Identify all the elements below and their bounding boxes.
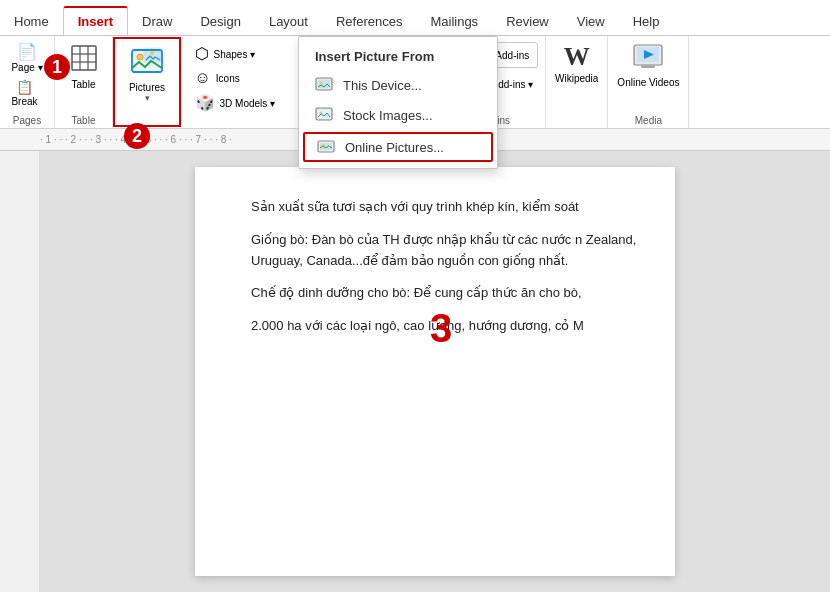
pages-group-label: Pages [4, 115, 50, 128]
3d-models-label: 3D Models ▾ [220, 98, 276, 109]
table-group: Table Table [55, 36, 113, 128]
pages-group: 📄 Page ▾ 📋 Break Pages [0, 36, 55, 128]
stock-images-item[interactable]: Stock Images... [299, 100, 497, 130]
table-group-body: Table [62, 38, 106, 115]
page-button[interactable]: 📄 Page ▾ [6, 40, 47, 76]
page-icon: 📄 [17, 43, 37, 61]
pictures-dropdown-arrow: ▾ [145, 93, 150, 103]
icons-button[interactable]: ☺ Icons [191, 67, 301, 89]
table-icon [69, 43, 99, 78]
icons-icon: ☺ [195, 69, 211, 87]
document-page: Sản xuất sữa tươi sạch với quy trình khé… [195, 167, 675, 576]
tab-layout[interactable]: Layout [255, 8, 322, 35]
svg-rect-0 [72, 46, 96, 70]
table-label: Table [72, 79, 96, 90]
insert-picture-dropdown: Insert Picture From This Device... [298, 36, 498, 169]
tab-help[interactable]: Help [619, 8, 674, 35]
wikipedia-button[interactable]: W Wikipedia [550, 40, 603, 87]
icons-label: Icons [216, 73, 240, 84]
ribbon: 📄 Page ▾ 📋 Break Pages [0, 36, 830, 129]
step1-badge: 1 [44, 54, 70, 80]
shapes-label: Shapes ▾ [214, 49, 256, 60]
wikipedia-label: Wikipedia [555, 73, 598, 84]
wikipedia-group-body: W Wikipedia [550, 38, 603, 115]
break-button[interactable]: 📋 Break [6, 77, 42, 110]
pages-group-body: 📄 Page ▾ 📋 Break [6, 38, 47, 115]
svg-rect-12 [641, 65, 655, 68]
online-videos-label: Online Videos [617, 77, 679, 88]
step2-badge: 2 [124, 123, 150, 149]
pictures-label: Pictures [129, 82, 165, 93]
tab-home[interactable]: Home [0, 8, 63, 35]
online-pictures-label: Online Pictures... [345, 140, 444, 155]
svg-point-15 [320, 82, 323, 85]
pictures-icon [130, 46, 164, 81]
shapes-button[interactable]: ⬡ Shapes ▾ [191, 42, 301, 65]
step3-badge: 3 [430, 306, 452, 351]
this-device-icon [315, 77, 333, 93]
break-label: Break [11, 96, 37, 107]
online-pictures-item[interactable]: Online Pictures... [303, 132, 493, 162]
online-pictures-icon [317, 139, 335, 155]
stock-images-icon [315, 107, 333, 123]
doc-para2: Giống bò: Đàn bò của TH được nhập khẩu t… [251, 230, 639, 272]
tab-mailings[interactable]: Mailings [416, 8, 492, 35]
svg-point-8 [150, 51, 154, 55]
pictures-group: Pictures ▾ Illus [113, 37, 181, 127]
shapes-icon: ⬡ [195, 44, 209, 63]
tab-references[interactable]: References [322, 8, 416, 35]
sidebar [0, 151, 40, 592]
illustrations-group-body: ⬡ Shapes ▾ ☺ Icons 🎲 3D Models ▾ [191, 38, 301, 115]
tab-review[interactable]: Review [492, 8, 563, 35]
this-device-item[interactable]: This Device... [299, 70, 497, 100]
3d-models-button[interactable]: 🎲 3D Models ▾ [191, 91, 301, 114]
media-group-label: Media [612, 115, 684, 128]
this-device-label: This Device... [343, 78, 422, 93]
tab-draw[interactable]: Draw [128, 8, 186, 35]
doc-para1: Sản xuất sữa tươi sạch với quy trình khé… [251, 197, 639, 218]
online-videos-icon [633, 43, 663, 76]
wikipedia-icon: W [564, 43, 590, 72]
page-label: Page ▾ [11, 62, 42, 73]
tab-insert[interactable]: Insert [63, 6, 128, 35]
online-videos-group: Online Videos Media [608, 36, 689, 128]
dropdown-header: Insert Picture From [299, 41, 497, 70]
svg-point-6 [137, 54, 143, 60]
tab-design[interactable]: Design [186, 8, 254, 35]
doc-area: 3 Sản xuất sữa tươi sạch với quy trình k… [40, 151, 830, 592]
table-group-label: Table [59, 115, 108, 128]
3d-models-icon: 🎲 [195, 93, 215, 112]
online-videos-button[interactable]: Online Videos [612, 40, 684, 91]
break-icon: 📋 [16, 80, 33, 95]
tab-view[interactable]: View [563, 8, 619, 35]
wikipedia-group: W Wikipedia – [546, 36, 608, 128]
main-area: 3 Sản xuất sữa tươi sạch với quy trình k… [0, 151, 830, 592]
pictures-button[interactable]: Pictures ▾ [120, 43, 174, 106]
doc-para3: Chế độ dinh dưỡng cho bò: Để cung cấp th… [251, 283, 639, 304]
online-videos-group-body: Online Videos [612, 38, 684, 115]
illustrations-group: ⬡ Shapes ▾ ☺ Icons 🎲 3D Models ▾ Illustr… [181, 36, 311, 128]
pictures-group-body: Pictures ▾ [120, 41, 174, 112]
app-window: Home Insert Draw Design Layout Reference… [0, 0, 830, 592]
tab-bar: Home Insert Draw Design Layout Reference… [0, 0, 830, 36]
stock-images-label: Stock Images... [343, 108, 433, 123]
